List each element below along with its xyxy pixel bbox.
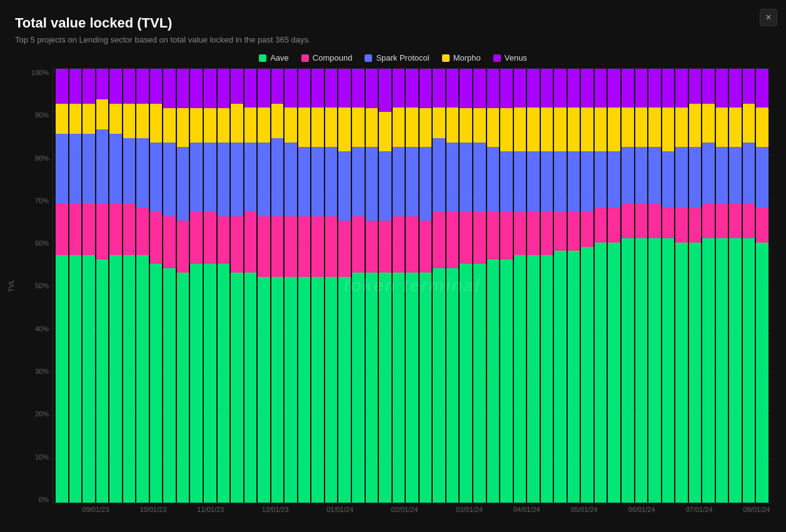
bar-group[interactable] xyxy=(648,69,661,503)
bar-group[interactable] xyxy=(109,69,122,503)
bar-segment-aave xyxy=(554,251,567,503)
stacked-bar xyxy=(406,69,418,503)
bar-segment-venus xyxy=(473,69,486,108)
bar-group[interactable] xyxy=(190,69,203,503)
bar-group[interactable] xyxy=(231,69,243,503)
bar-group[interactable] xyxy=(96,69,109,503)
bar-group[interactable] xyxy=(56,69,68,503)
bar-segment-morpho xyxy=(581,108,593,151)
bar-segment-compound xyxy=(608,208,620,243)
x-label: 02/01/24 xyxy=(391,506,418,513)
bar-segment-compound xyxy=(756,208,768,243)
bar-group[interactable] xyxy=(689,69,702,503)
bar-segment-morpho xyxy=(756,108,768,146)
y-axis-title: TVL xyxy=(8,279,15,292)
bar-group[interactable] xyxy=(285,69,297,503)
bar-group[interactable] xyxy=(446,69,459,503)
bar-segment-aave xyxy=(595,243,607,503)
bar-group[interactable] xyxy=(514,69,527,503)
bar-group[interactable] xyxy=(460,69,472,503)
bar-segment-venus xyxy=(244,69,257,108)
bar-group[interactable] xyxy=(675,69,688,503)
close-button[interactable]: × xyxy=(760,9,777,26)
bar-segment-spark xyxy=(568,151,580,212)
bar-group[interactable] xyxy=(500,69,513,503)
bar-segment-spark xyxy=(716,147,728,203)
bar-group[interactable] xyxy=(595,69,607,503)
bar-group[interactable] xyxy=(244,69,257,503)
bar-group[interactable] xyxy=(352,69,365,503)
bar-group[interactable] xyxy=(177,69,189,503)
bar-group[interactable] xyxy=(366,69,378,503)
bar-group[interactable] xyxy=(406,69,418,503)
bar-group[interactable] xyxy=(622,69,634,503)
bar-group[interactable] xyxy=(433,69,445,503)
bar-group[interactable] xyxy=(608,69,620,503)
stacked-bar xyxy=(716,69,728,503)
bar-group[interactable] xyxy=(218,69,230,503)
bar-group[interactable] xyxy=(581,69,593,503)
bar-segment-morpho xyxy=(109,104,122,134)
bar-segment-spark xyxy=(83,134,95,203)
bar-segment-venus xyxy=(298,69,311,108)
bar-group[interactable] xyxy=(743,69,755,503)
bar-segment-compound xyxy=(473,212,486,264)
bar-group[interactable] xyxy=(473,69,486,503)
stacked-bar xyxy=(150,69,163,503)
bar-segment-compound xyxy=(393,216,405,273)
bar-segment-aave xyxy=(446,268,459,503)
bar-segment-aave xyxy=(352,273,365,503)
bar-group[interactable] xyxy=(702,69,715,503)
stacked-bar xyxy=(366,69,378,503)
bar-group[interactable] xyxy=(393,69,405,503)
bar-segment-morpho xyxy=(298,108,311,146)
bar-group[interactable] xyxy=(298,69,311,503)
bar-group[interactable] xyxy=(554,69,567,503)
bar-group[interactable] xyxy=(150,69,163,503)
legend-label: Compound xyxy=(313,53,353,63)
bar-group[interactable] xyxy=(487,69,500,503)
stacked-bar xyxy=(729,69,742,503)
bar-group[interactable] xyxy=(756,69,768,503)
bar-group[interactable] xyxy=(83,69,95,503)
bar-segment-compound xyxy=(83,203,95,255)
bar-group[interactable] xyxy=(568,69,580,503)
bar-group[interactable] xyxy=(271,69,284,503)
bar-segment-morpho xyxy=(527,108,540,151)
bar-segment-morpho xyxy=(743,104,755,143)
bar-segment-spark xyxy=(311,147,324,216)
bar-group[interactable] xyxy=(662,69,675,503)
bar-group[interactable] xyxy=(204,69,216,503)
stacked-bar xyxy=(352,69,365,503)
bar-segment-spark xyxy=(69,134,82,203)
bar-segment-spark xyxy=(123,138,136,203)
bar-segment-spark xyxy=(163,143,176,216)
bar-segment-compound xyxy=(177,221,189,273)
bar-group[interactable] xyxy=(527,69,540,503)
bar-group[interactable] xyxy=(123,69,136,503)
bar-segment-venus xyxy=(96,69,109,99)
bar-segment-venus xyxy=(136,69,149,104)
bar-segment-spark xyxy=(500,151,513,212)
bar-group[interactable] xyxy=(311,69,324,503)
bar-group[interactable] xyxy=(420,69,432,503)
bar-group[interactable] xyxy=(258,69,270,503)
bar-segment-morpho xyxy=(123,104,136,139)
bar-group[interactable] xyxy=(163,69,176,503)
bar-group[interactable] xyxy=(325,69,338,503)
bar-group[interactable] xyxy=(379,69,391,503)
bar-group[interactable] xyxy=(541,69,553,503)
bar-group[interactable] xyxy=(136,69,149,503)
bar-segment-venus xyxy=(352,69,365,108)
bar-group[interactable] xyxy=(69,69,82,503)
bar-segment-compound xyxy=(446,212,459,268)
bar-segment-venus xyxy=(109,69,122,104)
bar-segment-aave xyxy=(541,255,553,503)
stacked-bar xyxy=(743,69,755,503)
bar-group[interactable] xyxy=(729,69,742,503)
bar-group[interactable] xyxy=(716,69,728,503)
bar-group[interactable] xyxy=(338,69,351,503)
bar-segment-aave xyxy=(218,264,230,503)
bars-wrapper xyxy=(53,69,771,503)
bar-group[interactable] xyxy=(635,69,648,503)
